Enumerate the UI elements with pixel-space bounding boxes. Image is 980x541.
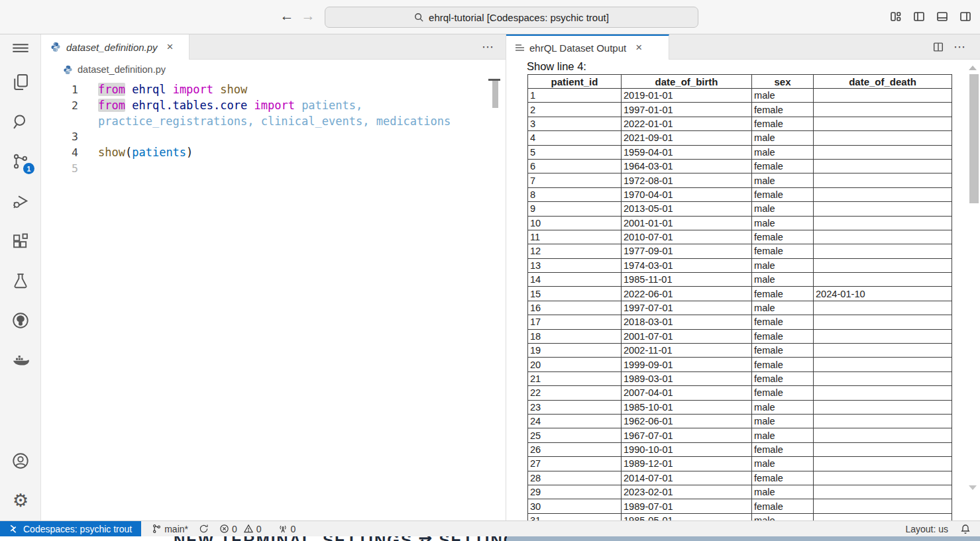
table-cell: 31 [528,513,622,520]
table-cell: 1962-06-01 [622,414,752,428]
table-cell: 2001-01-01 [622,216,752,230]
sync-button[interactable] [199,524,209,534]
code-token: , [356,99,362,112]
breadcrumb[interactable]: dataset_definition.py [41,60,506,79]
webview-scrollbar[interactable] [969,74,979,203]
source-control-icon[interactable]: 1 [11,152,30,171]
code-line[interactable]: 5 [41,161,506,177]
remote-indicator[interactable]: Codespaces: psychic trout [0,521,141,536]
close-tab-icon[interactable]: × [635,41,642,54]
explorer-icon[interactable] [11,73,30,91]
scm-changes-badge: 1 [23,163,34,174]
code-token [125,83,132,96]
scroll-up-icon[interactable] [969,66,977,70]
testing-flask-icon[interactable] [11,271,30,290]
remote-icon [8,524,18,534]
table-cell [814,386,952,400]
table-cell: 1970-04-01 [622,187,752,201]
table-row: 222007-04-01female [528,386,952,400]
code-token: practice_registrations [98,115,247,128]
more-actions-icon[interactable]: ⋯ [953,40,965,54]
tab-ehrql-dataset-output[interactable]: ehrQL Dataset Output × [506,34,669,60]
keyboard-layout-indicator[interactable]: Layout: us [905,524,948,534]
remote-label: Codespaces: psychic trout [23,524,132,534]
github-icon[interactable] [11,311,30,330]
forward-icon[interactable]: → [299,8,317,24]
toggle-secondary-sidebar-icon[interactable] [957,9,973,25]
code-line[interactable]: 1from ehrql import show [41,82,506,98]
code-token: import [254,99,294,112]
scroll-down-icon[interactable] [969,485,977,490]
branch-indicator[interactable]: main* [152,524,188,534]
line-number: 3 [41,129,78,145]
editor-more-actions[interactable]: ⋯ [482,34,494,60]
table-cell: male [752,202,814,216]
table-cell: female [752,499,814,513]
table-cell [814,301,952,315]
code-token [125,99,132,112]
code-token: import [173,83,213,96]
table-cell: 1959-04-01 [622,145,752,159]
error-count: 0 [232,524,237,534]
table-cell: 19 [528,344,622,358]
table-cell: female [752,442,814,456]
close-tab-icon[interactable]: × [167,40,174,54]
table-row: 282014-07-01female [528,471,952,485]
split-editor-icon[interactable] [932,41,944,53]
search-view-icon[interactable] [11,113,30,131]
table-cell: 15 [528,287,622,301]
more-actions-icon[interactable]: ⋯ [482,40,494,54]
table-cell [814,244,952,258]
table-header-row: patient_iddate_of_birthsexdate_of_death [528,75,952,89]
table-cell: 3 [528,117,622,130]
table-row: 12019-01-01male [528,89,952,103]
tab-dataset-definition[interactable]: dataset_definition.py × [41,34,190,60]
editor-scrollbar[interactable] [492,81,498,108]
toggle-primary-sidebar-icon[interactable] [911,9,927,25]
code-line[interactable]: 4show(patients) [41,145,506,161]
settings-gear-icon[interactable]: ⚙ [11,491,30,510]
table-cell: 16 [528,301,622,315]
table-cell: 18 [528,329,622,343]
table-cell: male [752,301,814,315]
table-cell: 13 [528,258,622,272]
code-editor[interactable]: 1from ehrql import show2from ehrql.table… [41,79,506,520]
run-debug-icon[interactable] [11,192,30,211]
table-cell: 2002-11-01 [622,344,752,358]
table-cell: female [752,103,814,117]
table-cell: male [752,258,814,272]
command-center-search[interactable]: ehrql-tutorial [Codespaces: psychic trou… [325,7,698,28]
table-cell: 8 [528,187,622,201]
table-cell: 2014-07-01 [622,471,752,485]
table-cell [814,499,952,513]
code-line[interactable]: 3 [41,129,506,145]
table-cell: 30 [528,499,622,513]
table-cell: male [752,273,814,287]
python-file-icon-small [63,65,73,75]
table-cell: female [752,329,814,343]
table-cell: 12 [528,244,622,258]
table-cell: 29 [528,485,622,499]
toggle-panel-icon[interactable] [934,9,950,25]
back-icon[interactable]: ← [278,8,296,24]
code-line[interactable]: 2from ehrql.tables.core import patients, [41,98,506,114]
table-column-header: patient_id [528,75,622,89]
editor-group-code: dataset_definition.py × ⋯ dataset_defini… [41,34,506,520]
menu-icon[interactable] [11,38,30,57]
table-cell: 2019-01-01 [622,89,752,103]
table-cell: 2007-04-01 [622,386,752,400]
extensions-icon[interactable] [11,232,30,250]
breadcrumb-item[interactable]: dataset_definition.py [78,64,166,75]
docker-icon[interactable] [11,351,30,369]
table-cell: 1974-03-01 [622,258,752,272]
table-cell [814,485,952,499]
table-row: 121977-09-01female [528,244,952,258]
customize-layout-icon[interactable] [888,9,904,25]
notifications-bell-icon[interactable] [960,524,971,534]
table-row: 261990-10-01female [528,442,952,456]
code-line[interactable]: practice_registrations, clinical_events,… [41,114,506,130]
ports-indicator[interactable]: 0 [278,524,296,534]
problems-indicator[interactable]: 0 0 [219,524,262,534]
account-icon[interactable] [11,452,30,470]
table-cell [814,230,952,244]
